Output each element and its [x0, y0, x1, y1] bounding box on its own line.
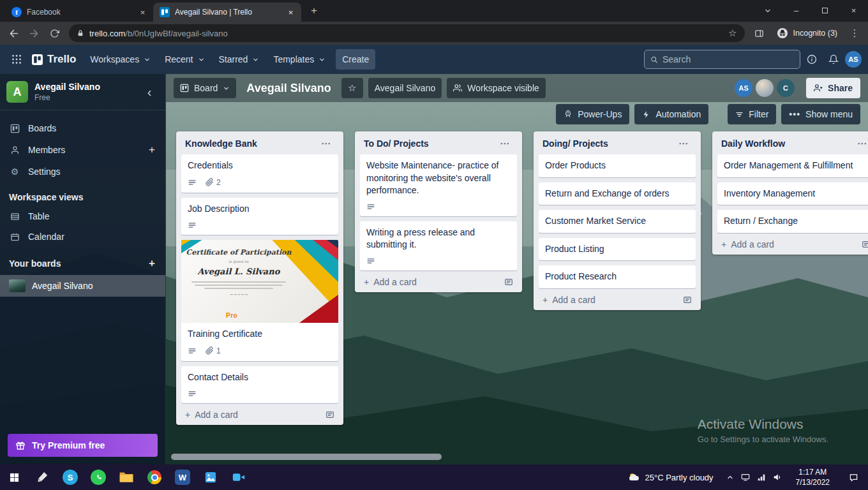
card[interactable]: Return / Exchange [717, 210, 868, 233]
sidebar-item-table[interactable]: Table [0, 206, 165, 226]
card[interactable]: Return and Exchange of orders [539, 182, 696, 205]
powerups-button[interactable]: Power-Ups [556, 104, 629, 124]
visibility-button[interactable]: Workspace visible [447, 78, 546, 98]
incognito-badge[interactable]: Incognito (3) [770, 27, 844, 39]
list-title[interactable]: Daily Workflow [721, 138, 855, 149]
minimize-button[interactable]: – [782, 0, 811, 21]
card-template-button[interactable] [862, 240, 868, 249]
card[interactable]: Inventory Management [717, 182, 868, 205]
show-menu-button[interactable]: ••• Show menu [781, 104, 860, 124]
sidebar-board-item[interactable]: Avegail Silvano [0, 275, 165, 297]
sidebar-item-boards[interactable]: Boards [0, 118, 165, 138]
share-button[interactable]: Share [806, 78, 860, 98]
filter-button[interactable]: Filter [728, 104, 776, 124]
list-title[interactable]: Knowledge Bank [185, 138, 318, 149]
automation-button[interactable]: Automation [634, 104, 708, 124]
tab-close-button[interactable]: × [285, 7, 296, 18]
new-tab-button[interactable]: + [305, 2, 323, 20]
taskbar-app-chrome[interactable] [140, 464, 168, 490]
sidebar-item-settings[interactable]: ⚙ Settings [0, 161, 165, 182]
sidebar-item-calendar[interactable]: Calendar [0, 226, 165, 247]
taskbar-app-photos[interactable] [197, 464, 225, 490]
card-title: Return / Exchange [724, 215, 868, 228]
browser-menu-button[interactable]: ⋮ [845, 24, 864, 43]
card[interactable]: Product Listing [539, 238, 696, 261]
search-input[interactable] [662, 54, 794, 64]
apps-grid-button[interactable] [6, 49, 27, 70]
bookmark-star-button[interactable]: ☆ [726, 27, 739, 39]
nav-templates[interactable]: Templates [267, 49, 332, 70]
reload-button[interactable] [45, 24, 64, 43]
action-center-button[interactable] [841, 473, 865, 482]
taskbar-app-camera[interactable] [225, 464, 253, 490]
header-avatar[interactable]: AS [845, 51, 862, 68]
card[interactable]: Order Products [539, 154, 696, 177]
tab-search-chevron-button[interactable] [753, 0, 782, 21]
info-button[interactable] [802, 49, 822, 70]
card[interactable]: Writing a press release and submitting i… [360, 221, 517, 271]
board-workspace-chip[interactable]: Avegail Silvano [368, 78, 442, 98]
tray-network-icon[interactable] [757, 473, 766, 482]
card[interactable]: Contact Details [181, 366, 338, 403]
list-menu-button[interactable]: ⋯ [318, 138, 334, 149]
add-member-button[interactable]: + [147, 144, 156, 156]
card[interactable]: Product Research [539, 265, 696, 288]
maximize-button[interactable] [811, 0, 839, 21]
card-template-button[interactable] [504, 278, 513, 286]
card[interactable]: Order Management & Fulfillment [717, 154, 868, 177]
sidebar-item-members[interactable]: Members + [0, 138, 165, 161]
card[interactable]: Job Description [181, 198, 338, 235]
star-board-button[interactable]: ☆ [341, 78, 363, 98]
card[interactable]: Credentials 2 [181, 154, 338, 193]
forward-button[interactable] [24, 24, 43, 43]
start-button[interactable] [0, 464, 28, 490]
header-search[interactable] [644, 50, 800, 69]
tab-close-button[interactable]: × [137, 7, 148, 18]
horizontal-scrollbar-thumb[interactable] [171, 454, 442, 460]
taskbar-app-file-explorer[interactable] [112, 464, 140, 490]
member-avatar[interactable]: C [777, 79, 795, 97]
member-avatar[interactable]: AS [735, 79, 752, 97]
tray-chevron-up[interactable] [726, 473, 734, 481]
taskbar-clock[interactable]: 1:17 AM 7/13/2022 [791, 467, 835, 487]
nav-starred[interactable]: Starred [213, 49, 266, 70]
board-menu-button[interactable]: Board [174, 78, 236, 98]
taskbar-app-word[interactable]: W [168, 464, 197, 490]
card[interactable]: Website Maintenance- practice of monitor… [360, 154, 517, 216]
add-card-button[interactable]: +Add a card [364, 277, 504, 287]
card[interactable]: Certificate of Participation is given to… [181, 240, 338, 361]
nav-workspaces[interactable]: Workspaces [84, 49, 157, 70]
incognito-label: Incognito (3) [793, 29, 837, 38]
card-template-button[interactable] [326, 410, 334, 419]
tray-display-icon[interactable] [741, 473, 750, 482]
collapse-sidebar-button[interactable]: ‹ [140, 82, 159, 101]
card-template-button[interactable] [683, 295, 692, 304]
taskbar-app-paint[interactable] [28, 464, 56, 490]
trello-logo[interactable]: Trello [28, 53, 82, 66]
close-button[interactable]: × [839, 0, 868, 21]
add-card-button[interactable]: +Add a card [185, 410, 326, 420]
card[interactable]: Customer Market Service [539, 210, 696, 233]
side-panel-button[interactable] [750, 24, 769, 43]
taskbar-app-skype[interactable]: S [56, 464, 84, 490]
add-card-button[interactable]: +Add a card [542, 295, 683, 305]
list-menu-button[interactable]: ⋯ [497, 138, 513, 149]
list-title[interactable]: Doing/ Projects [542, 138, 676, 149]
premium-button[interactable]: Try Premium free [8, 434, 158, 457]
tray-volume-icon[interactable] [773, 473, 782, 482]
nav-recent[interactable]: Recent [158, 49, 211, 70]
tab-trello[interactable]: Avegail Silvano | Trello × [153, 3, 301, 22]
list-menu-button[interactable]: ⋯ [855, 138, 868, 149]
add-board-button[interactable]: + [147, 257, 156, 270]
taskbar-weather[interactable]: 25°C Partly cloudy [624, 471, 717, 484]
back-button[interactable] [4, 24, 23, 43]
create-button[interactable]: Create [336, 49, 375, 70]
list-title[interactable]: To Do/ Projects [364, 138, 497, 149]
notifications-bell-button[interactable] [823, 49, 844, 70]
tab-facebook[interactable]: f Facebook × [5, 3, 153, 22]
list-menu-button[interactable]: ⋯ [676, 138, 692, 149]
member-avatar-photo[interactable] [756, 79, 774, 97]
taskbar-app-whatsapp[interactable] [84, 464, 112, 490]
omnibox[interactable]: trello.com/b/0nUgIwBf/avegail-silvano ☆ [69, 24, 745, 42]
add-card-button[interactable]: +Add a card [721, 239, 862, 249]
